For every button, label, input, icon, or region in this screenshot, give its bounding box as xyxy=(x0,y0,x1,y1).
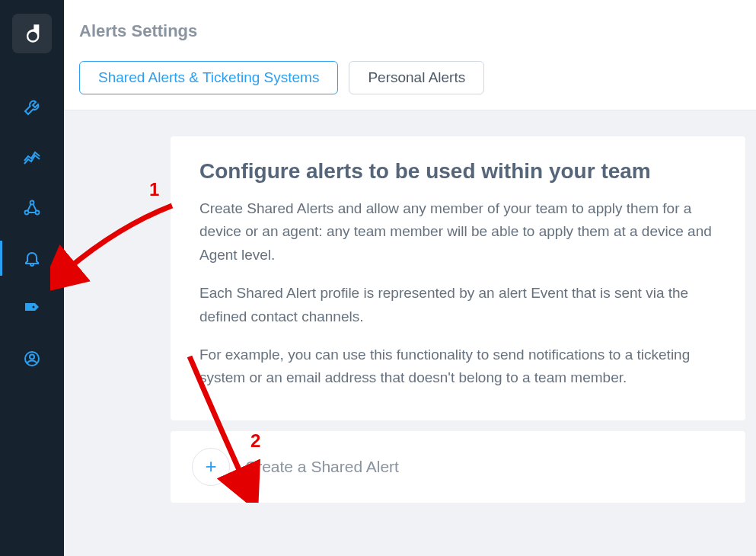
wrench-icon xyxy=(23,98,41,117)
nav-setup[interactable] xyxy=(0,82,64,133)
network-icon xyxy=(23,199,41,217)
nav-tickets[interactable] xyxy=(0,283,64,334)
svg-point-2 xyxy=(36,211,40,215)
card-paragraph: Create Shared Alerts and allow any membe… xyxy=(199,197,716,267)
content-area: Configure alerts to be used within your … xyxy=(64,110,756,556)
svg-point-0 xyxy=(30,201,34,205)
logo-icon xyxy=(21,23,43,44)
card-paragraph: Each Shared Alert profile is represented… xyxy=(199,282,716,328)
main-area: Alerts Settings Shared Alerts & Ticketin… xyxy=(64,0,756,556)
app-logo[interactable] xyxy=(12,14,52,53)
card-paragraph: For example, you can use this functional… xyxy=(199,344,716,390)
bell-icon xyxy=(23,249,41,267)
nav-network[interactable] xyxy=(0,183,64,233)
svg-point-5 xyxy=(30,355,34,359)
plus-icon[interactable]: + xyxy=(192,448,230,486)
create-shared-alert-bar[interactable]: + Create a Shared Alert xyxy=(171,431,745,503)
nav-account[interactable] xyxy=(0,334,64,384)
svg-point-3 xyxy=(33,306,35,308)
card-title: Configure alerts to be used within your … xyxy=(199,159,716,184)
nav-alerts[interactable] xyxy=(0,233,64,283)
chart-icon xyxy=(23,149,41,167)
page-title: Alerts Settings xyxy=(79,21,741,41)
svg-point-1 xyxy=(25,211,29,215)
tab-shared-alerts[interactable]: Shared Alerts & Ticketing Systems xyxy=(79,61,338,94)
info-card: Configure alerts to be used within your … xyxy=(171,136,745,420)
create-shared-alert-label: Create a Shared Alert xyxy=(245,458,399,476)
nav-analytics[interactable] xyxy=(0,133,64,183)
sidebar xyxy=(0,0,64,556)
tab-personal-alerts[interactable]: Personal Alerts xyxy=(349,61,484,94)
user-circle-icon xyxy=(23,350,41,368)
tabs: Shared Alerts & Ticketing Systems Person… xyxy=(79,61,741,94)
page-header: Alerts Settings Shared Alerts & Ticketin… xyxy=(64,0,756,110)
tag-icon xyxy=(23,299,41,318)
